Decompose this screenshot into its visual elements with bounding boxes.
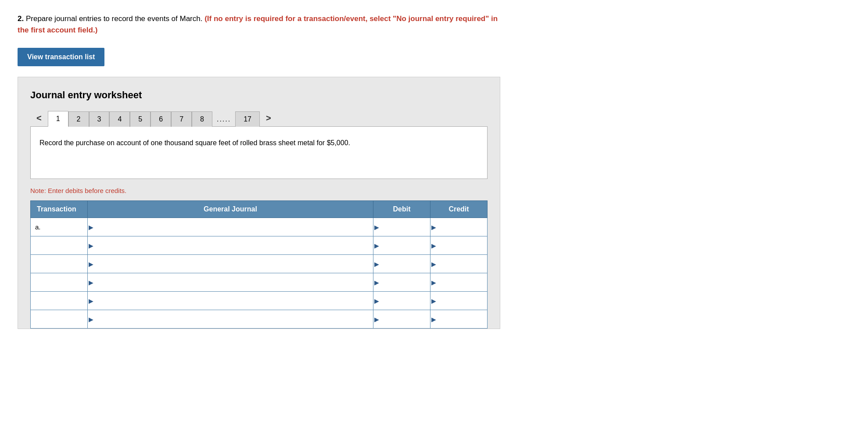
journal-cell-1[interactable]: ▶ bbox=[88, 218, 373, 236]
tab-ellipsis: ..... bbox=[212, 112, 235, 127]
tab-5[interactable]: 5 bbox=[130, 111, 151, 127]
tab-3[interactable]: 3 bbox=[89, 111, 110, 127]
debit-input-3[interactable] bbox=[373, 255, 430, 273]
next-tab-button[interactable]: > bbox=[260, 110, 277, 127]
transaction-cell-1: a. bbox=[31, 218, 88, 236]
credit-cell-3[interactable]: ▶ bbox=[430, 255, 488, 273]
journal-input-6[interactable] bbox=[88, 310, 373, 328]
tab-4[interactable]: 4 bbox=[109, 111, 130, 127]
credit-input-4[interactable] bbox=[430, 273, 487, 291]
debit-cell-6[interactable]: ▶ bbox=[373, 310, 430, 329]
header-credit: Credit bbox=[430, 201, 488, 218]
instruction-text: 2. Prepare journal entries to record the… bbox=[18, 13, 500, 36]
credit-cell-4[interactable]: ▶ bbox=[430, 273, 488, 292]
journal-input-2[interactable] bbox=[88, 236, 373, 254]
debit-cell-4[interactable]: ▶ bbox=[373, 273, 430, 292]
transaction-cell-2 bbox=[31, 236, 88, 255]
prev-tab-button[interactable]: < bbox=[30, 110, 48, 127]
credit-input-6[interactable] bbox=[430, 310, 487, 328]
note-text: Note: Enter debits before credits. bbox=[30, 187, 488, 194]
view-transaction-list-button[interactable]: View transaction list bbox=[18, 48, 104, 66]
journal-cell-5[interactable]: ▶ bbox=[88, 292, 373, 310]
journal-cell-6[interactable]: ▶ bbox=[88, 310, 373, 329]
journal-table: Transaction General Journal Debit Credit… bbox=[30, 200, 488, 329]
table-row: ▶ ▶ ▶ bbox=[31, 236, 488, 255]
table-row: ▶ ▶ ▶ bbox=[31, 255, 488, 273]
tab-description: Record the purchase on account of one th… bbox=[39, 137, 478, 149]
credit-cell-5[interactable]: ▶ bbox=[430, 292, 488, 310]
table-row: ▶ ▶ ▶ bbox=[31, 310, 488, 329]
table-row: a. ▶ ▶ ▶ bbox=[31, 218, 488, 236]
table-row: ▶ ▶ ▶ bbox=[31, 292, 488, 310]
debit-input-5[interactable] bbox=[373, 292, 430, 310]
debit-cell-2[interactable]: ▶ bbox=[373, 236, 430, 255]
tab-2[interactable]: 2 bbox=[68, 111, 89, 127]
debit-cell-3[interactable]: ▶ bbox=[373, 255, 430, 273]
journal-cell-4[interactable]: ▶ bbox=[88, 273, 373, 292]
tabs-wrapper: < 1 2 3 4 5 6 7 8 ..... 17 > bbox=[30, 110, 488, 127]
debit-input-1[interactable] bbox=[373, 218, 430, 236]
header-general-journal: General Journal bbox=[88, 201, 373, 218]
credit-cell-2[interactable]: ▶ bbox=[430, 236, 488, 255]
transaction-cell-5 bbox=[31, 292, 88, 310]
instruction-number: 2. bbox=[18, 14, 24, 23]
debit-cell-1[interactable]: ▶ bbox=[373, 218, 430, 236]
debit-input-6[interactable] bbox=[373, 310, 430, 328]
tab-1[interactable]: 1 bbox=[48, 111, 68, 127]
credit-input-1[interactable] bbox=[430, 218, 487, 236]
tab-6[interactable]: 6 bbox=[151, 111, 171, 127]
tab-8[interactable]: 8 bbox=[192, 111, 212, 127]
credit-input-3[interactable] bbox=[430, 255, 487, 273]
journal-input-5[interactable] bbox=[88, 292, 373, 310]
tab-7[interactable]: 7 bbox=[171, 111, 192, 127]
credit-input-2[interactable] bbox=[430, 236, 487, 254]
tab-17[interactable]: 17 bbox=[235, 111, 260, 127]
worksheet-container: Journal entry worksheet < 1 2 3 4 5 6 7 … bbox=[18, 77, 500, 329]
journal-input-3[interactable] bbox=[88, 255, 373, 273]
journal-cell-2[interactable]: ▶ bbox=[88, 236, 373, 255]
header-debit: Debit bbox=[373, 201, 430, 218]
worksheet-title: Journal entry worksheet bbox=[30, 89, 488, 101]
credit-cell-1[interactable]: ▶ bbox=[430, 218, 488, 236]
header-transaction: Transaction bbox=[31, 201, 88, 218]
transaction-cell-4 bbox=[31, 273, 88, 292]
tab-content: Record the purchase on account of one th… bbox=[30, 126, 488, 179]
transaction-cell-3 bbox=[31, 255, 88, 273]
journal-cell-3[interactable]: ▶ bbox=[88, 255, 373, 273]
instruction-plain: Prepare journal entries to record the ev… bbox=[26, 14, 204, 23]
credit-input-5[interactable] bbox=[430, 292, 487, 310]
debit-input-2[interactable] bbox=[373, 236, 430, 254]
journal-input-1[interactable] bbox=[88, 218, 373, 236]
transaction-cell-6 bbox=[31, 310, 88, 329]
credit-cell-6[interactable]: ▶ bbox=[430, 310, 488, 329]
table-row: ▶ ▶ ▶ bbox=[31, 273, 488, 292]
debit-cell-5[interactable]: ▶ bbox=[373, 292, 430, 310]
debit-input-4[interactable] bbox=[373, 273, 430, 291]
journal-input-4[interactable] bbox=[88, 273, 373, 291]
